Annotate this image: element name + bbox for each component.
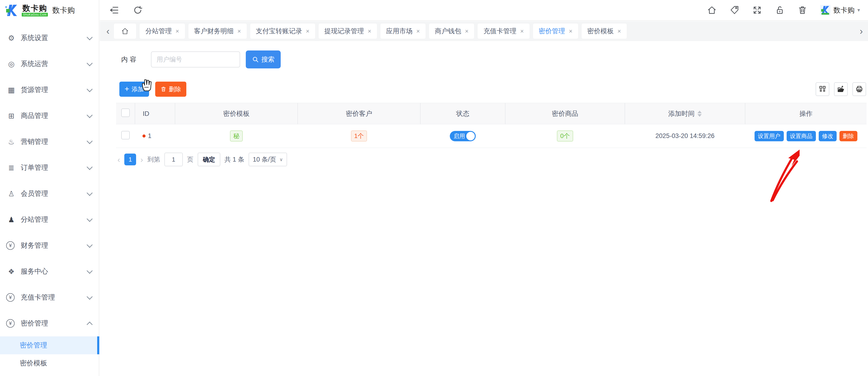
sidebar-item-system-settings[interactable]: ⚙ 系统设置 (0, 25, 99, 51)
close-icon[interactable]: × (465, 28, 468, 35)
export-icon[interactable] (834, 82, 848, 96)
tab-secret-price-manage[interactable]: 密价管理 × (533, 24, 578, 39)
header-actions: 操作 (745, 103, 867, 124)
row-checkbox[interactable] (121, 131, 130, 139)
sidebar-item-orders[interactable]: ≣ 订单管理 (0, 155, 99, 181)
trash-icon (160, 86, 166, 92)
chevron-down-icon (87, 138, 92, 144)
tab-recharge-card[interactable]: 充值卡管理 × (478, 24, 529, 39)
chevron-down-icon (87, 294, 92, 300)
tab-merchant-wallet[interactable]: 商户钱包 × (429, 24, 474, 39)
refresh-icon[interactable] (133, 5, 143, 15)
confirm-page-button[interactable]: 确定 (198, 153, 220, 166)
operation-icon: ◎ (6, 60, 17, 68)
home-icon (121, 27, 129, 35)
set-goods-button[interactable]: 设置商品 (786, 131, 816, 141)
page-unit-label: 页 (187, 155, 193, 164)
sidebar-item-substation[interactable]: ♟ 分站管理 (0, 207, 99, 232)
finance-icon: ¥ (6, 241, 14, 250)
close-icon[interactable]: × (416, 28, 420, 35)
chevron-down-icon (87, 164, 92, 170)
close-icon[interactable]: × (238, 28, 241, 35)
add-button[interactable]: + 添加 (119, 82, 149, 97)
tab-home[interactable] (114, 24, 136, 39)
sidebar-item-system-operation[interactable]: ◎ 系统运营 (0, 51, 99, 77)
chevron-down-icon (87, 242, 92, 248)
home-icon[interactable] (707, 5, 717, 15)
tag-icon[interactable] (730, 5, 739, 15)
secret-price-icon: ¥ (6, 319, 14, 327)
columns-setting-icon[interactable] (816, 82, 829, 96)
tab-customer-finance[interactable]: 客户财务明细 × (188, 24, 247, 39)
delete-button[interactable]: 删除 (155, 82, 186, 97)
trash-icon[interactable] (798, 5, 807, 15)
sidebar-item-recharge-card[interactable]: ¥ 充值卡管理 (0, 284, 99, 310)
fullscreen-icon[interactable] (752, 5, 762, 15)
row-id-cell: 1 (135, 132, 175, 139)
tab-substation[interactable]: 分站管理 × (140, 24, 185, 39)
header-template: 密价模板 (175, 103, 298, 124)
member-icon: ♙ (6, 189, 17, 198)
brand-logo: 数卡购 ShuKaGou.Com 数卡购 (0, 0, 99, 21)
tab-secret-price-template[interactable]: 密价模板 × (582, 24, 627, 39)
sidebar-subitem-secret-price-manage[interactable]: 密价管理 (0, 336, 99, 354)
status-toggle[interactable]: 启用 (450, 131, 476, 141)
unlock-icon[interactable] (775, 5, 785, 15)
print-icon[interactable] (852, 82, 866, 96)
page-size-select[interactable]: 10 条/页 ∨ (249, 153, 287, 166)
chevron-down-icon (87, 216, 92, 222)
tab-app-market[interactable]: 应用市场 × (380, 24, 426, 39)
search-button[interactable]: 搜索 (246, 51, 281, 68)
table-row: 1 秘 1个 启用 0个 2025-03-20 14:59:26 (116, 124, 867, 148)
chevron-down-icon (87, 268, 92, 274)
sidebar-item-members[interactable]: ♙ 会员管理 (0, 181, 99, 207)
sidebar-item-supply[interactable]: ▦ 货源管理 (0, 77, 99, 103)
row-actions: 设置用户 设置商品 修改 删除 (745, 131, 867, 141)
row-delete-button[interactable]: 删除 (839, 131, 857, 141)
brand-logo-name: 数卡购 (22, 4, 47, 12)
customer-count-tag: 1个 (351, 130, 367, 142)
brand-logo-icon (5, 3, 19, 18)
current-page-button[interactable]: 1 (124, 154, 136, 165)
tabs-scroll-left[interactable]: ‹ (105, 26, 111, 36)
tab-withdraw-records[interactable]: 提现记录管理 × (319, 24, 377, 39)
menu-collapse-icon[interactable] (109, 5, 119, 15)
header-time[interactable]: 添加时间 (625, 103, 745, 124)
search-input[interactable] (151, 52, 240, 67)
tabs-scroll-right[interactable]: › (859, 26, 864, 36)
sidebar-item-secret-price[interactable]: ¥ 密价管理 (0, 310, 99, 336)
sidebar-item-service-center[interactable]: ❖ 服务中心 (0, 258, 99, 284)
chevron-down-icon (87, 190, 92, 196)
brand-logo-domain: ShuKaGou.Com (22, 13, 48, 17)
sidebar-subitem-secret-price-template[interactable]: 密价模板 (0, 354, 99, 372)
close-icon[interactable]: × (306, 28, 309, 35)
service-icon: ❖ (6, 267, 17, 276)
marketing-icon: ♨ (6, 137, 17, 146)
sidebar-item-finance[interactable]: ¥ 财务管理 (0, 232, 99, 258)
supply-icon: ▦ (6, 86, 17, 94)
set-user-button[interactable]: 设置用户 (754, 131, 784, 141)
sort-icon[interactable] (698, 111, 702, 117)
next-page-icon[interactable]: › (140, 155, 143, 164)
header-goods: 密价商品 (505, 103, 625, 124)
close-icon[interactable]: × (368, 28, 371, 35)
tab-alipay-transfer[interactable]: 支付宝转账记录 × (250, 24, 315, 39)
page-number-input[interactable] (164, 153, 183, 166)
search-icon (252, 56, 259, 63)
prev-page-icon[interactable]: ‹ (118, 155, 120, 164)
close-icon[interactable]: × (618, 28, 621, 35)
close-icon[interactable]: × (176, 28, 179, 35)
close-icon[interactable]: × (520, 28, 524, 35)
close-icon[interactable]: × (569, 28, 572, 35)
admin-app: 数卡购 ShuKaGou.Com 数卡购 ⚙ 系统设置 ◎ 系统运营 ▦ 货源管… (0, 0, 868, 376)
pagination: ‹ 1 › 到第 页 确定 共 1 条 10 条/页 ∨ (118, 153, 867, 166)
toggle-knob (466, 132, 475, 140)
sidebar-item-goods[interactable]: ⊞ 商品管理 (0, 103, 99, 129)
total-count-label: 共 1 条 (224, 155, 244, 164)
sidebar-item-marketing[interactable]: ♨ 营销管理 (0, 129, 99, 155)
select-all-checkbox[interactable] (121, 108, 130, 117)
chevron-down-icon: ▾ (857, 7, 860, 13)
user-menu[interactable]: 数卡购 ▾ (820, 5, 860, 15)
edit-button[interactable]: 修改 (819, 131, 837, 141)
avatar (820, 5, 831, 15)
